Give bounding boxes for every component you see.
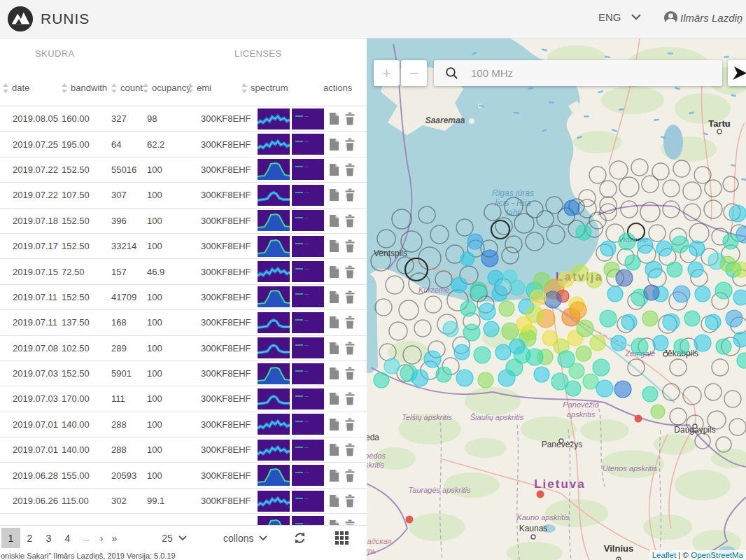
coverage-circle[interactable] — [729, 205, 746, 222]
coverage-circle[interactable] — [506, 359, 523, 376]
delete-button[interactable] — [344, 239, 356, 253]
coverage-circle[interactable] — [689, 241, 705, 256]
coverage-circle[interactable] — [596, 380, 613, 397]
coverage-circle[interactable] — [488, 270, 503, 286]
coverage-map[interactable]: SaaremaaTartuRīgas jūraslīcis - Riialaht… — [367, 38, 746, 560]
delete-button[interactable] — [344, 138, 356, 151]
coverage-circle[interactable] — [695, 286, 710, 302]
column-header-bandwith[interactable]: bandwith — [62, 83, 111, 93]
waterfall-thumbnail[interactable] — [292, 286, 324, 307]
coverage-circle[interactable] — [716, 339, 731, 354]
coverage-circle[interactable] — [374, 372, 389, 388]
table-row[interactable]: 2019.07.22107.50307100300KF8EHF — [0, 183, 367, 208]
delete-button[interactable] — [344, 418, 356, 431]
page-button-1[interactable]: 1 — [1, 528, 20, 548]
coverage-circle[interactable] — [484, 321, 499, 337]
copy-button[interactable] — [329, 443, 339, 456]
coverage-circle[interactable] — [593, 359, 610, 376]
coverage-circle[interactable] — [651, 405, 665, 419]
coverage-circle[interactable] — [607, 286, 623, 302]
table-row[interactable]: 2019.07.25195.006462.2300KF8EHF — [0, 132, 367, 157]
coverage-circle[interactable] — [645, 261, 662, 278]
waterfall-thumbnail[interactable] — [292, 465, 324, 486]
coverage-circle[interactable] — [479, 303, 495, 320]
red-marker[interactable] — [406, 516, 414, 524]
table-row[interactable]: 2019.07.08102.50289100300KF8EHF — [0, 336, 367, 361]
page-button-2[interactable]: 2 — [20, 528, 39, 548]
tab-skudra[interactable]: SKUDRA — [35, 48, 75, 59]
coverage-circle[interactable] — [570, 302, 586, 318]
coverage-circle[interactable] — [481, 250, 498, 267]
user-menu[interactable]: Ilmārs Lazdiņ — [663, 10, 746, 25]
column-header-spectrum[interactable]: spectrum — [241, 83, 323, 93]
coverage-circle[interactable] — [509, 339, 525, 354]
coverage-circle[interactable] — [451, 277, 467, 293]
table-row[interactable]: 2019.06.26115.0030299.1300KF8EHF — [0, 489, 367, 514]
table-row[interactable]: 2019.07.11137.50168100300KF8EHF — [0, 310, 367, 335]
waterfall-thumbnail[interactable] — [292, 414, 324, 435]
delete-button[interactable] — [344, 188, 356, 202]
coverage-circle[interactable] — [577, 320, 593, 337]
spectrum-thumbnail[interactable] — [258, 159, 290, 180]
coverage-circle[interactable] — [565, 381, 581, 396]
page-button-4[interactable]: 4 — [58, 528, 77, 548]
coverage-circle[interactable] — [530, 290, 546, 305]
coverage-circle[interactable] — [499, 301, 514, 316]
coverage-circle[interactable] — [576, 225, 591, 240]
coverage-circle[interactable] — [569, 363, 584, 379]
waterfall-thumbnail[interactable] — [292, 185, 324, 206]
sort-icon[interactable] — [143, 83, 148, 93]
sort-icon[interactable] — [111, 83, 117, 93]
coverage-circle[interactable] — [467, 234, 483, 249]
copy-button[interactable] — [329, 392, 339, 405]
coverage-circle[interactable] — [672, 236, 689, 253]
coverage-circle[interactable] — [436, 367, 451, 382]
copy-button[interactable] — [329, 469, 339, 482]
coverage-circle[interactable] — [526, 349, 543, 365]
copy-button[interactable] — [329, 112, 339, 125]
coverage-circle[interactable] — [656, 241, 672, 256]
coverage-circle[interactable] — [495, 344, 511, 360]
map-canvas[interactable]: SaaremaaTartuRīgas jūraslīcis - Riialaht… — [367, 38, 746, 560]
waterfall-thumbnail[interactable] — [292, 337, 324, 358]
table-row[interactable]: 2019.07.03170.00111100300KF8EHF — [0, 386, 367, 412]
sort-icon[interactable] — [3, 83, 8, 93]
spectrum-thumbnail[interactable] — [258, 414, 290, 435]
coverage-circle[interactable] — [460, 252, 474, 266]
coverage-circle[interactable] — [600, 310, 617, 327]
spectrum-thumbnail[interactable] — [258, 185, 290, 206]
coverage-circle[interactable] — [544, 291, 561, 308]
copy-button[interactable] — [329, 316, 339, 329]
coverage-circle[interactable] — [684, 311, 700, 326]
waterfall-thumbnail[interactable] — [292, 440, 324, 461]
waterfall-thumbnail[interactable] — [292, 134, 324, 155]
coverage-circle[interactable] — [424, 351, 441, 368]
waterfall-thumbnail[interactable] — [292, 210, 324, 231]
coverage-circle[interactable] — [460, 301, 476, 316]
map-search-bar[interactable] — [434, 60, 722, 86]
coverage-circle[interactable] — [611, 335, 626, 351]
coverage-circle[interactable] — [492, 286, 507, 301]
copy-button[interactable] — [329, 519, 339, 525]
delete-button[interactable] — [344, 392, 356, 405]
spectrum-thumbnail[interactable] — [258, 261, 290, 282]
columns-select[interactable]: collons — [223, 533, 268, 544]
spectrum-thumbnail[interactable] — [258, 337, 290, 358]
coverage-circle[interactable] — [564, 200, 579, 216]
coverage-circle[interactable] — [733, 332, 746, 347]
coverage-circle[interactable] — [642, 386, 658, 402]
waterfall-thumbnail[interactable] — [292, 261, 324, 282]
frequency-search-input[interactable] — [458, 67, 722, 79]
coverage-circle[interactable] — [723, 234, 738, 249]
delete-button[interactable] — [344, 214, 356, 227]
coverage-circle[interactable] — [454, 344, 470, 360]
table-row[interactable]: 2019.07.03152.505901100300KF8EHF — [0, 361, 367, 386]
spectrum-thumbnail[interactable] — [258, 363, 290, 384]
table-row[interactable]: 2019.07.01140.00288100300KF8EHF — [0, 412, 367, 438]
waterfall-thumbnail[interactable] — [292, 491, 324, 512]
copy-button[interactable] — [329, 188, 339, 202]
waterfall-thumbnail[interactable] — [292, 159, 324, 180]
coverage-circle[interactable] — [726, 310, 743, 327]
coverage-circle[interactable] — [625, 255, 640, 270]
coverage-circle[interactable] — [534, 272, 549, 288]
